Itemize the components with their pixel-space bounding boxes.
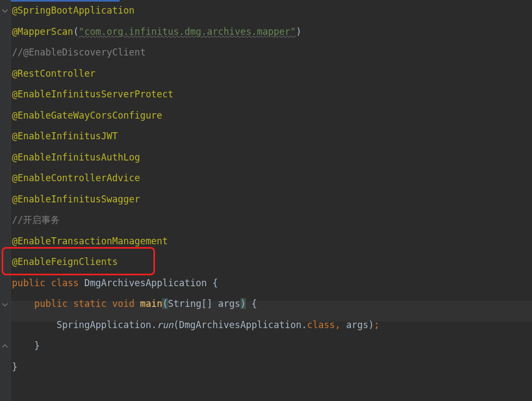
- annotation: @MapperScan: [12, 26, 73, 37]
- code-line[interactable]: public class DmgArchivesApplication {: [11, 273, 532, 294]
- annotation: @EnableControllerAdvice: [12, 172, 140, 183]
- code-line[interactable]: @EnableGateWayCorsConfigure: [11, 105, 532, 126]
- code-line[interactable]: @EnableTransactionManagement: [11, 231, 532, 252]
- code-line[interactable]: }: [11, 356, 532, 378]
- annotation: @RestController: [12, 68, 96, 79]
- keyword: public: [12, 277, 45, 288]
- method-name: main: [140, 298, 163, 309]
- code-line[interactable]: public static void main(String[] args) {: [11, 293, 532, 314]
- annotation: @EnableGateWayCorsConfigure: [12, 110, 162, 121]
- keyword: class: [307, 319, 335, 330]
- code-line[interactable]: @SpringBootApplication: [11, 0, 532, 21]
- editor-gutter: [0, 0, 11, 401]
- annotation: @EnableInfinitusSwagger: [12, 194, 140, 205]
- code-line[interactable]: @EnableInfinitusServerProtect: [11, 84, 532, 105]
- param-name: args: [218, 298, 240, 309]
- fold-marker-icon[interactable]: [2, 343, 8, 349]
- keyword: static: [73, 298, 107, 309]
- code-editor[interactable]: @SpringBootApplication @MapperScan("com.…: [11, 0, 532, 377]
- code-line[interactable]: @EnableFeignClients: [11, 251, 532, 273]
- class-name: DmgArchivesApplication: [84, 277, 207, 288]
- string-literal: "com.org.infinitus.dmg.archives.mapper": [79, 26, 296, 37]
- identifier: DmgArchivesApplication: [179, 319, 301, 330]
- comment: //开启事务: [12, 214, 60, 225]
- annotation: @EnableFeignClients: [12, 256, 117, 267]
- code-line[interactable]: //开启事务: [11, 209, 532, 231]
- code-line[interactable]: @RestController: [11, 63, 532, 84]
- fold-marker-icon[interactable]: [2, 8, 8, 14]
- annotation: @EnableInfinitusJWT: [12, 131, 117, 141]
- annotation: @SpringBootApplication: [12, 5, 134, 16]
- code-line[interactable]: //@EnableDiscoveryClient: [11, 42, 532, 63]
- code-line[interactable]: }: [11, 335, 532, 356]
- comment: //@EnableDiscoveryClient: [12, 47, 146, 58]
- code-line[interactable]: SpringApplication.run(DmgArchivesApplica…: [11, 314, 532, 336]
- code-line[interactable]: @EnableInfinitusAuthLog: [11, 147, 532, 168]
- method-call: run: [157, 319, 174, 330]
- identifier: args: [346, 319, 368, 330]
- keyword: void: [112, 298, 134, 309]
- keyword: public: [34, 298, 67, 309]
- code-line[interactable]: @MapperScan("com.org.infinitus.dmg.archi…: [11, 21, 532, 42]
- code-line[interactable]: @EnableInfinitusSwagger: [11, 189, 532, 210]
- annotation: @EnableTransactionManagement: [12, 236, 168, 246]
- code-line[interactable]: @EnableInfinitusJWT: [11, 126, 532, 147]
- code-line[interactable]: @EnableControllerAdvice: [11, 168, 532, 189]
- identifier: SpringApplication: [57, 319, 151, 330]
- fold-marker-icon[interactable]: [2, 301, 8, 308]
- keyword: class: [51, 277, 79, 288]
- annotation: @EnableInfinitusServerProtect: [12, 89, 174, 100]
- param-type: String[]: [168, 298, 213, 309]
- annotation: @EnableInfinitusAuthLog: [12, 152, 140, 163]
